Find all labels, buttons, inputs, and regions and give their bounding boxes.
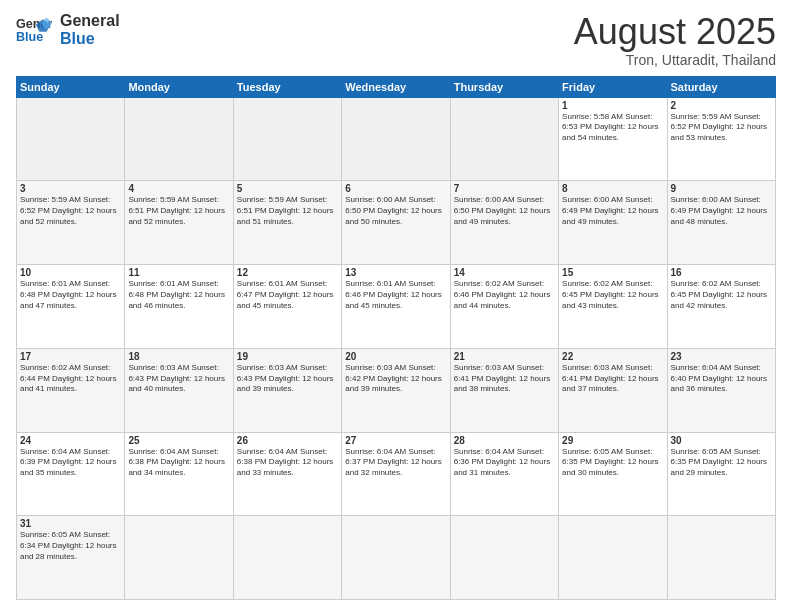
calendar-cell: 1Sunrise: 5:58 AM Sunset: 6:53 PM Daylig… <box>559 97 667 181</box>
day-number: 24 <box>20 435 121 446</box>
day-number: 17 <box>20 351 121 362</box>
calendar-cell: 20Sunrise: 6:03 AM Sunset: 6:42 PM Dayli… <box>342 348 450 432</box>
calendar-cell: 4Sunrise: 5:59 AM Sunset: 6:51 PM Daylig… <box>125 181 233 265</box>
calendar-cell: 18Sunrise: 6:03 AM Sunset: 6:43 PM Dayli… <box>125 348 233 432</box>
weekday-header-saturday: Saturday <box>667 76 775 97</box>
day-info: Sunrise: 5:59 AM Sunset: 6:51 PM Dayligh… <box>237 195 338 227</box>
location: Tron, Uttaradit, Thailand <box>574 52 776 68</box>
calendar-cell: 7Sunrise: 6:00 AM Sunset: 6:50 PM Daylig… <box>450 181 558 265</box>
logo-general-text: General <box>60 12 120 30</box>
calendar-cell: 15Sunrise: 6:02 AM Sunset: 6:45 PM Dayli… <box>559 265 667 349</box>
day-number: 6 <box>345 183 446 194</box>
weekday-header-monday: Monday <box>125 76 233 97</box>
day-info: Sunrise: 6:05 AM Sunset: 6:35 PM Dayligh… <box>671 447 772 479</box>
calendar-week-row: 3Sunrise: 5:59 AM Sunset: 6:52 PM Daylig… <box>17 181 776 265</box>
calendar-cell <box>342 97 450 181</box>
day-number: 27 <box>345 435 446 446</box>
day-info: Sunrise: 6:04 AM Sunset: 6:38 PM Dayligh… <box>237 447 338 479</box>
calendar-cell: 12Sunrise: 6:01 AM Sunset: 6:47 PM Dayli… <box>233 265 341 349</box>
calendar-cell <box>450 97 558 181</box>
calendar-cell: 23Sunrise: 6:04 AM Sunset: 6:40 PM Dayli… <box>667 348 775 432</box>
calendar-cell <box>450 516 558 600</box>
day-number: 18 <box>128 351 229 362</box>
calendar-week-row: 17Sunrise: 6:02 AM Sunset: 6:44 PM Dayli… <box>17 348 776 432</box>
day-info: Sunrise: 6:02 AM Sunset: 6:44 PM Dayligh… <box>20 363 121 395</box>
svg-text:Blue: Blue <box>16 30 43 44</box>
weekday-header-sunday: Sunday <box>17 76 125 97</box>
calendar-cell <box>125 97 233 181</box>
logo-blue-text: Blue <box>60 30 120 48</box>
calendar-week-row: 10Sunrise: 6:01 AM Sunset: 6:48 PM Dayli… <box>17 265 776 349</box>
month-title: August 2025 <box>574 12 776 52</box>
weekday-header-tuesday: Tuesday <box>233 76 341 97</box>
weekday-header-wednesday: Wednesday <box>342 76 450 97</box>
day-number: 13 <box>345 267 446 278</box>
day-number: 10 <box>20 267 121 278</box>
calendar-cell: 25Sunrise: 6:04 AM Sunset: 6:38 PM Dayli… <box>125 432 233 516</box>
calendar-cell <box>17 97 125 181</box>
day-info: Sunrise: 5:59 AM Sunset: 6:51 PM Dayligh… <box>128 195 229 227</box>
calendar-cell: 27Sunrise: 6:04 AM Sunset: 6:37 PM Dayli… <box>342 432 450 516</box>
header: General Blue General Blue August 2025 Tr… <box>16 12 776 68</box>
day-info: Sunrise: 6:03 AM Sunset: 6:41 PM Dayligh… <box>562 363 663 395</box>
day-info: Sunrise: 6:03 AM Sunset: 6:43 PM Dayligh… <box>128 363 229 395</box>
day-number: 9 <box>671 183 772 194</box>
day-info: Sunrise: 6:05 AM Sunset: 6:34 PM Dayligh… <box>20 530 121 562</box>
day-info: Sunrise: 6:00 AM Sunset: 6:49 PM Dayligh… <box>562 195 663 227</box>
day-info: Sunrise: 6:04 AM Sunset: 6:37 PM Dayligh… <box>345 447 446 479</box>
calendar-cell: 5Sunrise: 5:59 AM Sunset: 6:51 PM Daylig… <box>233 181 341 265</box>
day-number: 7 <box>454 183 555 194</box>
day-info: Sunrise: 6:02 AM Sunset: 6:45 PM Dayligh… <box>562 279 663 311</box>
day-number: 19 <box>237 351 338 362</box>
calendar-cell: 3Sunrise: 5:59 AM Sunset: 6:52 PM Daylig… <box>17 181 125 265</box>
day-info: Sunrise: 6:01 AM Sunset: 6:48 PM Dayligh… <box>20 279 121 311</box>
calendar-cell: 19Sunrise: 6:03 AM Sunset: 6:43 PM Dayli… <box>233 348 341 432</box>
day-info: Sunrise: 5:58 AM Sunset: 6:53 PM Dayligh… <box>562 112 663 144</box>
calendar-cell: 8Sunrise: 6:00 AM Sunset: 6:49 PM Daylig… <box>559 181 667 265</box>
day-number: 16 <box>671 267 772 278</box>
day-info: Sunrise: 5:59 AM Sunset: 6:52 PM Dayligh… <box>20 195 121 227</box>
day-number: 12 <box>237 267 338 278</box>
day-number: 5 <box>237 183 338 194</box>
day-number: 23 <box>671 351 772 362</box>
day-info: Sunrise: 6:01 AM Sunset: 6:47 PM Dayligh… <box>237 279 338 311</box>
day-number: 28 <box>454 435 555 446</box>
day-number: 11 <box>128 267 229 278</box>
day-info: Sunrise: 6:04 AM Sunset: 6:38 PM Dayligh… <box>128 447 229 479</box>
day-number: 15 <box>562 267 663 278</box>
weekday-header-friday: Friday <box>559 76 667 97</box>
day-number: 1 <box>562 100 663 111</box>
day-info: Sunrise: 6:04 AM Sunset: 6:39 PM Dayligh… <box>20 447 121 479</box>
day-info: Sunrise: 6:00 AM Sunset: 6:50 PM Dayligh… <box>345 195 446 227</box>
calendar-cell: 17Sunrise: 6:02 AM Sunset: 6:44 PM Dayli… <box>17 348 125 432</box>
calendar-week-row: 31Sunrise: 6:05 AM Sunset: 6:34 PM Dayli… <box>17 516 776 600</box>
day-info: Sunrise: 6:00 AM Sunset: 6:49 PM Dayligh… <box>671 195 772 227</box>
weekday-header-thursday: Thursday <box>450 76 558 97</box>
calendar-cell <box>559 516 667 600</box>
day-info: Sunrise: 6:01 AM Sunset: 6:48 PM Dayligh… <box>128 279 229 311</box>
day-number: 3 <box>20 183 121 194</box>
calendar-cell: 31Sunrise: 6:05 AM Sunset: 6:34 PM Dayli… <box>17 516 125 600</box>
day-info: Sunrise: 6:05 AM Sunset: 6:35 PM Dayligh… <box>562 447 663 479</box>
day-info: Sunrise: 6:02 AM Sunset: 6:46 PM Dayligh… <box>454 279 555 311</box>
day-number: 25 <box>128 435 229 446</box>
calendar-cell: 10Sunrise: 6:01 AM Sunset: 6:48 PM Dayli… <box>17 265 125 349</box>
day-info: Sunrise: 6:03 AM Sunset: 6:43 PM Dayligh… <box>237 363 338 395</box>
calendar-cell: 26Sunrise: 6:04 AM Sunset: 6:38 PM Dayli… <box>233 432 341 516</box>
calendar-cell: 9Sunrise: 6:00 AM Sunset: 6:49 PM Daylig… <box>667 181 775 265</box>
calendar-cell <box>342 516 450 600</box>
calendar-cell <box>233 516 341 600</box>
calendar-cell: 6Sunrise: 6:00 AM Sunset: 6:50 PM Daylig… <box>342 181 450 265</box>
calendar-cell: 2Sunrise: 5:59 AM Sunset: 6:52 PM Daylig… <box>667 97 775 181</box>
day-number: 20 <box>345 351 446 362</box>
calendar-cell <box>667 516 775 600</box>
title-block: August 2025 Tron, Uttaradit, Thailand <box>574 12 776 68</box>
day-number: 21 <box>454 351 555 362</box>
weekday-header-row: SundayMondayTuesdayWednesdayThursdayFrid… <box>17 76 776 97</box>
day-info: Sunrise: 6:04 AM Sunset: 6:36 PM Dayligh… <box>454 447 555 479</box>
calendar-table: SundayMondayTuesdayWednesdayThursdayFrid… <box>16 76 776 600</box>
calendar-cell: 21Sunrise: 6:03 AM Sunset: 6:41 PM Dayli… <box>450 348 558 432</box>
calendar-cell: 16Sunrise: 6:02 AM Sunset: 6:45 PM Dayli… <box>667 265 775 349</box>
logo: General Blue General Blue <box>16 12 120 49</box>
calendar-cell: 14Sunrise: 6:02 AM Sunset: 6:46 PM Dayli… <box>450 265 558 349</box>
